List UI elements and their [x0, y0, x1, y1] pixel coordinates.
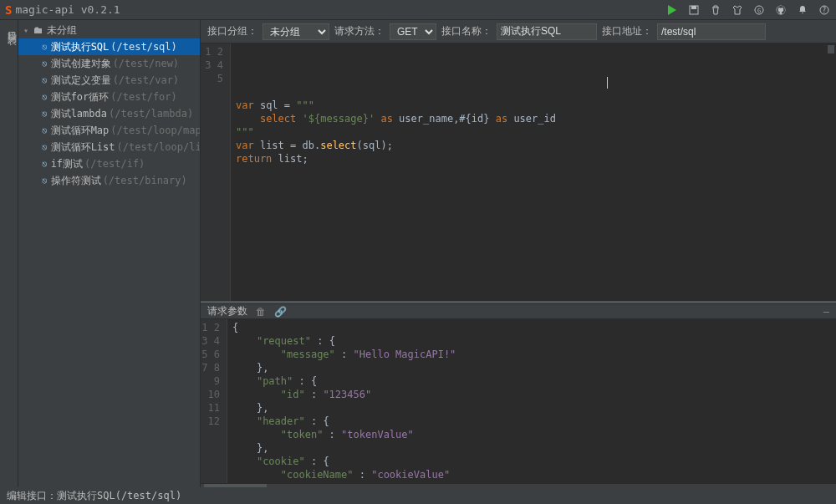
panel-header: 请求参数 🗑 🔗 — — [201, 304, 836, 319]
sidebar-item-hint: (/test/var) — [113, 74, 179, 86]
sidebar-item-label: 测试循环Map — [51, 124, 110, 138]
help-icon[interactable]: ? — [818, 3, 831, 17]
scroll-indicator — [828, 45, 834, 53]
editor-code[interactable]: var sql = """ select '${message}' as use… — [231, 43, 836, 301]
sidebar-item-hint: (/test/sql) — [110, 41, 176, 53]
link-icon[interactable]: 🔗 — [274, 306, 287, 318]
sidebar-item-label: 测试定义变量 — [51, 74, 111, 88]
folder-icon: 🖿 — [33, 24, 43, 36]
editor-gutter: 1 2 3 4 5 — [201, 43, 231, 301]
sidebar-item-label: 测试执行SQL — [51, 40, 110, 54]
sidebar-item[interactable]: ⎋测试lambda (/test/lambda) — [18, 105, 200, 122]
minimize-icon[interactable]: — — [823, 306, 829, 318]
request-panel: 请求参数 🗑 🔗 — 1 2 3 4 5 6 7 8 9 10 11 12 { … — [201, 303, 836, 487]
left-rail[interactable]: 接口列表 — [0, 20, 18, 487]
status-text: 编辑接口：测试执行SQL(/test/sql) — [7, 489, 181, 503]
panel-title: 请求参数 — [207, 304, 247, 318]
api-icon: ⎋ — [42, 42, 48, 53]
sidebar-item-hint: (/test/lambda) — [109, 108, 193, 120]
run-icon[interactable] — [665, 3, 679, 17]
shirt-icon[interactable] — [731, 3, 744, 17]
api-icon: ⎋ — [42, 75, 48, 86]
app-title: magic-api v0.2.1 — [15, 3, 120, 16]
sidebar-item[interactable]: ⎋测试创建对象 (/test/new) — [18, 55, 200, 72]
api-icon: ⎋ — [42, 142, 48, 153]
sidebar-item-label: 测试创建对象 — [51, 57, 111, 71]
text-cursor — [607, 77, 608, 89]
api-icon: ⎋ — [42, 125, 48, 136]
save-icon[interactable] — [687, 3, 701, 17]
sidebar-item-label: 测试for循环 — [51, 90, 110, 104]
sidebar-item-label: 操作符测试 — [51, 174, 101, 188]
sidebar-item[interactable]: ⎋测试循环Map (/test/loop/map) — [18, 122, 200, 139]
svg-rect-2 — [691, 6, 696, 9]
method-label: 请求方法： — [334, 24, 385, 38]
api-icon: ⎋ — [42, 109, 48, 120]
sidebar-item[interactable]: ⎋测试定义变量 (/test/var) — [18, 72, 200, 89]
name-input[interactable] — [497, 23, 597, 40]
code-editor[interactable]: 1 2 3 4 5 var sql = """ select '${messag… — [201, 43, 836, 301]
statusbar: 编辑接口：测试执行SQL(/test/sql) — [0, 487, 836, 504]
sidebar-item-hint: (/test/binary) — [103, 175, 187, 186]
svg-text:?: ? — [823, 7, 827, 14]
name-label: 接口名称： — [441, 24, 492, 38]
group-select[interactable]: 未分组 — [263, 23, 329, 40]
sidebar-item-label: 测试lambda — [51, 107, 107, 121]
sidebar-item[interactable]: ⎋测试循环List (/test/loop/list) — [18, 139, 200, 155]
tree-root-row[interactable]: ▾ 🖿 未分组 — [18, 22, 200, 38]
sidebar-item[interactable]: ⎋if测试 (/test/if) — [18, 155, 200, 172]
svg-marker-0 — [668, 5, 676, 15]
gitee-icon[interactable]: G — [752, 3, 766, 17]
tree-root-label: 未分组 — [47, 23, 77, 38]
addr-input[interactable] — [657, 23, 766, 40]
sidebar-item-label: if测试 — [51, 157, 83, 171]
group-label: 接口分组： — [207, 24, 257, 38]
api-icon: ⎋ — [42, 176, 48, 186]
titlebar-actions: G ? — [665, 3, 831, 17]
api-icon: ⎋ — [42, 92, 48, 103]
sidebar-item-label: 测试循环List — [51, 140, 115, 155]
svg-text:G: G — [757, 8, 761, 14]
titlebar: S magic-api v0.2.1 G ? — [0, 0, 836, 20]
sidebar-item-hint: (/test/if) — [84, 158, 145, 170]
bell-icon[interactable] — [796, 3, 809, 17]
sidebar-item[interactable]: ⎋测试执行SQL (/test/sql) — [18, 38, 200, 55]
sidebar-item[interactable]: ⎋操作符测试 (/test/binary) — [18, 172, 200, 189]
sidebar-item-hint: (/test/loop/map) — [110, 125, 201, 136]
api-toolbar: 接口分组： 未分组 请求方法： GET 接口名称： 接口地址： — [201, 20, 836, 43]
github-icon[interactable] — [774, 3, 788, 17]
trash-icon[interactable] — [709, 3, 722, 17]
sidebar-item-hint: (/test/for) — [110, 91, 176, 103]
method-select[interactable]: GET — [390, 23, 436, 40]
panel-gutter: 1 2 3 4 5 6 7 8 9 10 11 12 — [201, 319, 227, 483]
trash-icon[interactable]: 🗑 — [256, 306, 266, 318]
panel-code[interactable]: { "request" : { "message" : "Hello Magic… — [227, 319, 836, 483]
sidebar-item-hint: (/test/loop/list) — [117, 141, 201, 153]
api-icon: ⎋ — [42, 159, 48, 170]
chevron-down-icon: ▾ — [23, 26, 33, 35]
sidebar-item[interactable]: ⎋测试for循环 (/test/for) — [18, 89, 200, 105]
api-icon: ⎋ — [42, 59, 48, 69]
addr-label: 接口地址： — [602, 24, 652, 38]
app-logo: S — [5, 3, 12, 17]
api-tree: ▾ 🖿 未分组 ⎋测试执行SQL (/test/sql)⎋测试创建对象 (/te… — [18, 20, 201, 487]
sidebar-item-hint: (/test/new) — [113, 58, 179, 69]
